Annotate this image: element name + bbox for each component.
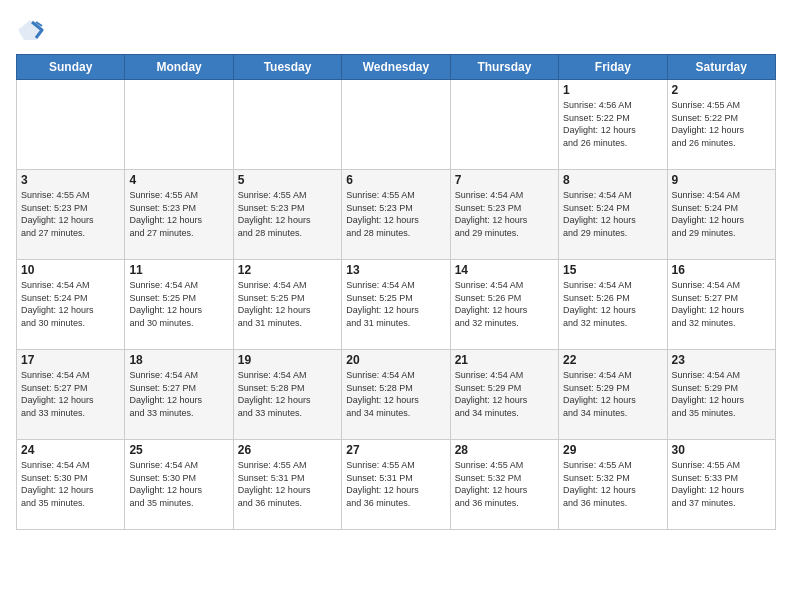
calendar-cell (342, 80, 450, 170)
calendar-cell: 16Sunrise: 4:54 AM Sunset: 5:27 PM Dayli… (667, 260, 775, 350)
day-number: 22 (563, 353, 662, 367)
calendar-cell: 13Sunrise: 4:54 AM Sunset: 5:25 PM Dayli… (342, 260, 450, 350)
day-number: 24 (21, 443, 120, 457)
calendar-cell: 20Sunrise: 4:54 AM Sunset: 5:28 PM Dayli… (342, 350, 450, 440)
day-info: Sunrise: 4:55 AM Sunset: 5:31 PM Dayligh… (346, 459, 445, 509)
calendar-header: SundayMondayTuesdayWednesdayThursdayFrid… (17, 55, 776, 80)
day-info: Sunrise: 4:55 AM Sunset: 5:32 PM Dayligh… (563, 459, 662, 509)
weekday-header-sunday: Sunday (17, 55, 125, 80)
calendar-body: 1Sunrise: 4:56 AM Sunset: 5:22 PM Daylig… (17, 80, 776, 530)
week-row-1: 3Sunrise: 4:55 AM Sunset: 5:23 PM Daylig… (17, 170, 776, 260)
calendar-cell: 25Sunrise: 4:54 AM Sunset: 5:30 PM Dayli… (125, 440, 233, 530)
day-number: 28 (455, 443, 554, 457)
day-info: Sunrise: 4:54 AM Sunset: 5:29 PM Dayligh… (563, 369, 662, 419)
day-number: 20 (346, 353, 445, 367)
calendar-cell: 12Sunrise: 4:54 AM Sunset: 5:25 PM Dayli… (233, 260, 341, 350)
calendar-cell (450, 80, 558, 170)
day-info: Sunrise: 4:55 AM Sunset: 5:23 PM Dayligh… (238, 189, 337, 239)
day-info: Sunrise: 4:54 AM Sunset: 5:26 PM Dayligh… (455, 279, 554, 329)
weekday-header-friday: Friday (559, 55, 667, 80)
weekday-header-wednesday: Wednesday (342, 55, 450, 80)
day-number: 3 (21, 173, 120, 187)
day-info: Sunrise: 4:54 AM Sunset: 5:26 PM Dayligh… (563, 279, 662, 329)
day-info: Sunrise: 4:54 AM Sunset: 5:24 PM Dayligh… (563, 189, 662, 239)
day-info: Sunrise: 4:54 AM Sunset: 5:27 PM Dayligh… (21, 369, 120, 419)
day-number: 30 (672, 443, 771, 457)
day-number: 17 (21, 353, 120, 367)
day-number: 6 (346, 173, 445, 187)
day-number: 16 (672, 263, 771, 277)
calendar-cell: 9Sunrise: 4:54 AM Sunset: 5:24 PM Daylig… (667, 170, 775, 260)
weekday-header-thursday: Thursday (450, 55, 558, 80)
day-info: Sunrise: 4:54 AM Sunset: 5:30 PM Dayligh… (129, 459, 228, 509)
calendar-cell: 18Sunrise: 4:54 AM Sunset: 5:27 PM Dayli… (125, 350, 233, 440)
day-info: Sunrise: 4:55 AM Sunset: 5:23 PM Dayligh… (129, 189, 228, 239)
day-info: Sunrise: 4:54 AM Sunset: 5:27 PM Dayligh… (129, 369, 228, 419)
calendar-cell: 24Sunrise: 4:54 AM Sunset: 5:30 PM Dayli… (17, 440, 125, 530)
day-info: Sunrise: 4:54 AM Sunset: 5:24 PM Dayligh… (672, 189, 771, 239)
day-number: 8 (563, 173, 662, 187)
logo (16, 16, 48, 44)
day-number: 13 (346, 263, 445, 277)
day-number: 27 (346, 443, 445, 457)
day-number: 29 (563, 443, 662, 457)
calendar-cell: 11Sunrise: 4:54 AM Sunset: 5:25 PM Dayli… (125, 260, 233, 350)
calendar-cell: 5Sunrise: 4:55 AM Sunset: 5:23 PM Daylig… (233, 170, 341, 260)
day-number: 10 (21, 263, 120, 277)
day-info: Sunrise: 4:54 AM Sunset: 5:30 PM Dayligh… (21, 459, 120, 509)
calendar-cell: 14Sunrise: 4:54 AM Sunset: 5:26 PM Dayli… (450, 260, 558, 350)
day-info: Sunrise: 4:54 AM Sunset: 5:27 PM Dayligh… (672, 279, 771, 329)
page: SundayMondayTuesdayWednesdayThursdayFrid… (0, 0, 792, 612)
day-number: 14 (455, 263, 554, 277)
calendar-cell (17, 80, 125, 170)
day-info: Sunrise: 4:54 AM Sunset: 5:28 PM Dayligh… (346, 369, 445, 419)
calendar-table: SundayMondayTuesdayWednesdayThursdayFrid… (16, 54, 776, 530)
day-info: Sunrise: 4:56 AM Sunset: 5:22 PM Dayligh… (563, 99, 662, 149)
calendar-cell: 26Sunrise: 4:55 AM Sunset: 5:31 PM Dayli… (233, 440, 341, 530)
calendar-cell: 15Sunrise: 4:54 AM Sunset: 5:26 PM Dayli… (559, 260, 667, 350)
week-row-2: 10Sunrise: 4:54 AM Sunset: 5:24 PM Dayli… (17, 260, 776, 350)
day-info: Sunrise: 4:54 AM Sunset: 5:25 PM Dayligh… (129, 279, 228, 329)
calendar-cell: 8Sunrise: 4:54 AM Sunset: 5:24 PM Daylig… (559, 170, 667, 260)
day-info: Sunrise: 4:54 AM Sunset: 5:24 PM Dayligh… (21, 279, 120, 329)
day-info: Sunrise: 4:54 AM Sunset: 5:29 PM Dayligh… (455, 369, 554, 419)
day-number: 12 (238, 263, 337, 277)
weekday-header-monday: Monday (125, 55, 233, 80)
calendar-cell: 22Sunrise: 4:54 AM Sunset: 5:29 PM Dayli… (559, 350, 667, 440)
day-number: 25 (129, 443, 228, 457)
calendar-cell: 1Sunrise: 4:56 AM Sunset: 5:22 PM Daylig… (559, 80, 667, 170)
day-info: Sunrise: 4:55 AM Sunset: 5:23 PM Dayligh… (346, 189, 445, 239)
header (16, 16, 776, 44)
day-number: 7 (455, 173, 554, 187)
calendar-cell: 3Sunrise: 4:55 AM Sunset: 5:23 PM Daylig… (17, 170, 125, 260)
day-number: 18 (129, 353, 228, 367)
day-number: 4 (129, 173, 228, 187)
day-info: Sunrise: 4:54 AM Sunset: 5:25 PM Dayligh… (238, 279, 337, 329)
calendar-cell: 19Sunrise: 4:54 AM Sunset: 5:28 PM Dayli… (233, 350, 341, 440)
day-number: 1 (563, 83, 662, 97)
calendar-cell: 2Sunrise: 4:55 AM Sunset: 5:22 PM Daylig… (667, 80, 775, 170)
week-row-3: 17Sunrise: 4:54 AM Sunset: 5:27 PM Dayli… (17, 350, 776, 440)
weekday-header-tuesday: Tuesday (233, 55, 341, 80)
calendar-cell (125, 80, 233, 170)
day-number: 9 (672, 173, 771, 187)
calendar-cell: 4Sunrise: 4:55 AM Sunset: 5:23 PM Daylig… (125, 170, 233, 260)
day-number: 19 (238, 353, 337, 367)
logo-icon (16, 16, 44, 44)
day-number: 26 (238, 443, 337, 457)
day-number: 23 (672, 353, 771, 367)
day-info: Sunrise: 4:54 AM Sunset: 5:25 PM Dayligh… (346, 279, 445, 329)
calendar-cell: 23Sunrise: 4:54 AM Sunset: 5:29 PM Dayli… (667, 350, 775, 440)
day-number: 11 (129, 263, 228, 277)
calendar-cell (233, 80, 341, 170)
weekday-header-row: SundayMondayTuesdayWednesdayThursdayFrid… (17, 55, 776, 80)
day-number: 5 (238, 173, 337, 187)
calendar-cell: 27Sunrise: 4:55 AM Sunset: 5:31 PM Dayli… (342, 440, 450, 530)
day-number: 21 (455, 353, 554, 367)
calendar-cell: 10Sunrise: 4:54 AM Sunset: 5:24 PM Dayli… (17, 260, 125, 350)
calendar-cell: 7Sunrise: 4:54 AM Sunset: 5:23 PM Daylig… (450, 170, 558, 260)
calendar-cell: 17Sunrise: 4:54 AM Sunset: 5:27 PM Dayli… (17, 350, 125, 440)
calendar-cell: 21Sunrise: 4:54 AM Sunset: 5:29 PM Dayli… (450, 350, 558, 440)
day-info: Sunrise: 4:55 AM Sunset: 5:31 PM Dayligh… (238, 459, 337, 509)
day-number: 2 (672, 83, 771, 97)
